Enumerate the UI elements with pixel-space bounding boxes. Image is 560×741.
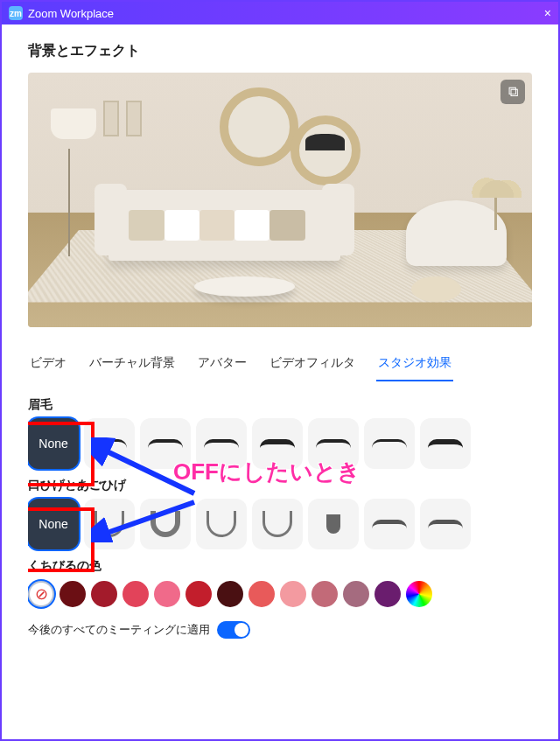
lip-color-custom[interactable] (406, 581, 432, 607)
apply-all-label: 今後のすべてのミーティングに適用 (28, 622, 210, 638)
close-icon[interactable]: × (544, 6, 551, 20)
eyebrows-option[interactable] (84, 418, 135, 469)
lip-color-row: ⊘ (28, 581, 520, 607)
lip-color-header: くちびるの色 (28, 558, 520, 574)
tab-virtual-background[interactable]: バーチャル背景 (88, 350, 177, 381)
zoom-logo-icon: zm (9, 6, 23, 20)
lip-color-swatch[interactable] (248, 581, 275, 607)
tab-video[interactable]: ビデオ (28, 350, 68, 381)
lip-color-swatch[interactable] (217, 581, 243, 607)
eyebrows-option[interactable] (308, 418, 359, 469)
lip-color-swatch[interactable] (374, 581, 401, 607)
lip-color-none[interactable]: ⊘ (28, 581, 54, 607)
eyebrows-option[interactable] (196, 418, 247, 469)
beard-option[interactable] (84, 499, 135, 549)
beard-option[interactable] (420, 499, 471, 549)
studio-effects-panel: 眉毛 None 口ひげとあごひげ None (28, 388, 532, 700)
beard-row: None (28, 499, 520, 549)
tab-video-filter[interactable]: ビデオフィルタ (268, 350, 357, 381)
lip-color-swatch[interactable] (343, 581, 369, 607)
lip-color-swatch[interactable] (186, 581, 212, 607)
lip-color-swatch[interactable] (122, 581, 149, 607)
beard-option[interactable] (196, 499, 247, 549)
tab-avatar[interactable]: アバター (196, 350, 248, 381)
beard-option[interactable] (364, 499, 415, 549)
lip-color-swatch[interactable] (312, 581, 338, 607)
beard-option[interactable] (308, 499, 359, 549)
titlebar: zm Zoom Workplace × (2, 2, 558, 24)
window-title: Zoom Workplace (28, 7, 114, 20)
lip-color-swatch[interactable] (60, 581, 86, 607)
beard-header: 口ひげとあごひげ (28, 478, 520, 493)
eyebrows-option[interactable] (140, 418, 191, 469)
tabs: ビデオ バーチャル背景 アバター ビデオフィルタ スタジオ効果 (28, 350, 532, 381)
video-preview: ⧉ (28, 73, 532, 327)
lip-color-swatch[interactable] (154, 581, 180, 607)
beard-none[interactable]: None (28, 499, 79, 549)
lip-color-swatch[interactable] (91, 581, 117, 607)
apply-all-toggle[interactable] (217, 621, 250, 639)
eyebrows-option[interactable] (252, 418, 303, 469)
eyebrows-option[interactable] (420, 418, 471, 469)
tab-studio-effects[interactable]: スタジオ効果 (376, 350, 453, 381)
eyebrows-row: None (28, 418, 520, 469)
eyebrows-option[interactable] (364, 418, 415, 469)
beard-option[interactable] (140, 499, 191, 549)
lip-color-swatch[interactable] (280, 581, 306, 607)
eyebrows-none[interactable]: None (28, 418, 79, 469)
page-title: 背景とエフェクト (28, 42, 532, 60)
beard-option[interactable] (252, 499, 303, 549)
pip-icon[interactable]: ⧉ (500, 80, 525, 104)
eyebrows-header: 眉毛 (28, 397, 520, 413)
